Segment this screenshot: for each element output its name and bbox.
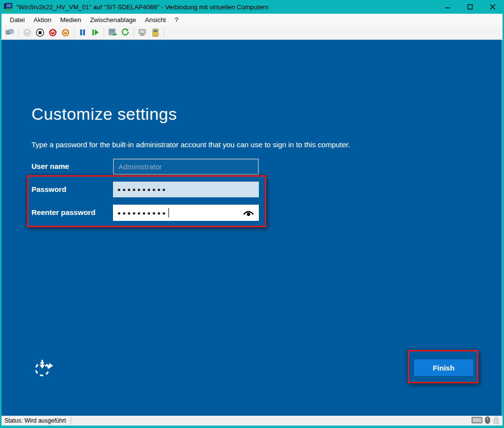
enhanced-session-button	[137, 27, 148, 38]
start-button	[21, 27, 33, 38]
page-subtitle: Type a password for the built-in adminis…	[31, 140, 350, 149]
settings-icon	[152, 28, 159, 37]
menu-ansicht[interactable]: Ansicht	[140, 15, 170, 25]
vm-edge-line	[502, 40, 503, 416]
shut-down-button[interactable]	[47, 27, 58, 38]
revert-icon	[121, 28, 129, 36]
username-label: User name	[31, 162, 69, 170]
resume-icon	[92, 29, 99, 36]
menu-datei[interactable]: Datei	[5, 15, 29, 25]
menu-zwischenablage[interactable]: Zwischenablage	[85, 15, 140, 25]
mouse-icon	[485, 416, 490, 426]
app-icon[interactable]	[3, 2, 13, 11]
annotation-rectangle-passwords	[27, 175, 266, 227]
vmconnect-window: "WinSrv2k22_HV_VM_01" auf "SIT-SDELAP406…	[0, 0, 504, 428]
pause-button[interactable]	[77, 27, 88, 38]
status-bar: Status: Wird ausgeführt	[1, 416, 503, 426]
title-bar: "WinSrv2k22_HV_VM_01" auf "SIT-SDELAP406…	[0, 0, 504, 14]
turn-off-icon	[36, 28, 44, 37]
enhanced-session-icon	[138, 28, 147, 36]
menu-bar: Datei Aktion Medien Zwischenablage Ansic…	[0, 14, 504, 26]
keyboard-icon	[472, 417, 482, 425]
checkpoint-button[interactable]	[107, 27, 118, 38]
checkpoint-icon	[108, 28, 117, 37]
status-text: Status: Wird ausgeführt	[4, 417, 71, 425]
pause-icon	[79, 29, 86, 36]
ctrl-alt-del-icon	[5, 28, 14, 36]
minimize-button[interactable]	[436, 0, 459, 14]
ease-of-access-icon[interactable]	[32, 356, 56, 379]
vm-display: Customize settings Type a password for t…	[1, 40, 503, 416]
ctrl-alt-del-button[interactable]	[4, 27, 16, 38]
username-input[interactable]	[113, 159, 259, 175]
start-power-icon	[23, 28, 31, 37]
menu-hilfe[interactable]: ?	[170, 15, 183, 25]
close-button[interactable]	[481, 0, 504, 14]
save-state-icon	[61, 28, 70, 37]
turn-off-button[interactable]	[34, 27, 46, 38]
annotation-rectangle-finish	[408, 350, 478, 383]
revert-button[interactable]	[119, 27, 131, 38]
window-title: "WinSrv2k22_HV_VM_01" auf "SIT-SDELAP406…	[16, 3, 268, 11]
save-state-button[interactable]	[59, 27, 71, 38]
page-title: Customize settings	[31, 105, 177, 124]
lock-icon	[493, 416, 500, 426]
settings-button[interactable]	[149, 27, 161, 38]
resume-button[interactable]	[89, 27, 101, 38]
menu-medien[interactable]: Medien	[56, 15, 86, 25]
username-field-box	[113, 159, 259, 175]
maximize-button[interactable]	[459, 0, 481, 14]
menu-aktion[interactable]: Aktion	[29, 15, 56, 25]
toolbar	[0, 26, 504, 40]
shut-down-icon	[49, 28, 57, 37]
window-body: Customize settings Type a password for t…	[0, 40, 504, 428]
